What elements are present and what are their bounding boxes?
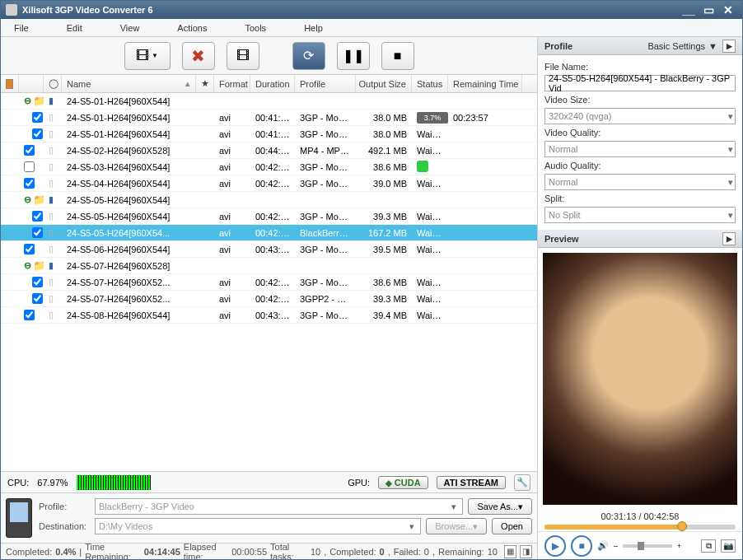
collapse-toggle[interactable]: ⊖ <box>24 96 31 106</box>
log-button[interactable]: ▦ <box>504 545 516 558</box>
file-row[interactable]: ▯24-S5-03-H264[960X544]avi00:42:123GP - … <box>1 159 537 175</box>
row-status: Waiting <box>412 146 448 156</box>
col-name[interactable]: Name▴ <box>62 75 196 92</box>
row-checkbox[interactable] <box>24 244 35 254</box>
group-row[interactable]: ⊖📁▮24-S5-07-H264[960X528] <box>1 258 537 274</box>
app-icon <box>6 4 17 16</box>
group-row[interactable]: ⊖📁▮24-S5-01-H264[960X544] <box>1 93 537 110</box>
convert-button[interactable]: ⟳ <box>292 42 325 70</box>
col-format[interactable]: Format <box>214 75 250 92</box>
row-status: Waiting <box>412 278 448 287</box>
profile-panel-header: Profile Basic Settings ▼ ▶ <box>538 37 742 55</box>
volume-slider[interactable] <box>623 544 672 548</box>
preview-expand-button[interactable]: ▶ <box>722 232 736 245</box>
group-row[interactable]: ⊖📁▮24-S5-05-H264[960X544] <box>1 192 537 208</box>
document-icon: ▯ <box>49 112 54 122</box>
row-checkbox[interactable] <box>24 145 35 156</box>
toolbar: 🎞▼ ✖ 🎞 ⟳ ❚❚ ■ <box>1 37 537 75</box>
row-duration: 00:42:58 <box>250 212 295 222</box>
row-checkbox[interactable] <box>32 293 43 304</box>
volume-icon[interactable]: 🔊 <box>597 540 609 551</box>
file-row[interactable]: ▯24-S5-07-H264[960X52...avi00:42:093GPP2… <box>1 291 537 307</box>
videosize-combo[interactable]: 320x240 (qvga)▾ <box>544 108 736 124</box>
menu-file[interactable]: File <box>9 21 34 35</box>
cuda-badge[interactable]: ◆ CUDA <box>378 476 428 489</box>
col-select[interactable] <box>1 75 19 92</box>
row-checkbox[interactable] <box>24 161 35 172</box>
menu-tools[interactable]: Tools <box>240 21 271 35</box>
split-combo[interactable]: No Split▾ <box>544 207 736 223</box>
video-preview[interactable] <box>543 253 737 505</box>
ati-badge[interactable]: ATI STREAM <box>437 476 506 489</box>
col-star[interactable]: ★ <box>196 75 214 92</box>
file-row[interactable]: ▯24-S5-02-H264[960X528]avi00:44:02MP4 - … <box>1 142 537 159</box>
stop-preview-button[interactable]: ■ <box>571 535 592 557</box>
row-duration: 00:42:09 <box>250 294 295 304</box>
row-format: avi <box>214 294 250 304</box>
row-duration: 00:42:12 <box>250 162 295 172</box>
basic-settings-button[interactable]: Basic Settings ▼ <box>647 41 717 51</box>
collapse-toggle[interactable]: ⊖ <box>24 194 31 205</box>
row-checkbox[interactable] <box>24 178 35 189</box>
file-row[interactable]: ▯24-S5-04-H264[960X544]avi00:42:363GP - … <box>1 175 537 192</box>
videoquality-combo[interactable]: Normal▾ <box>544 141 736 157</box>
titlebar[interactable]: Xilisoft 3GP Video Converter 6 __ ▭ ✕ <box>1 1 742 19</box>
remove-button[interactable]: ✖ <box>182 42 215 70</box>
snapshot-button[interactable]: 📷 <box>721 539 736 553</box>
videosize-label: Video Size: <box>544 95 736 105</box>
row-checkbox[interactable] <box>24 310 35 320</box>
pause-button[interactable]: ❚❚ <box>337 42 370 70</box>
collapse-toggle[interactable]: ⊖ <box>24 260 31 271</box>
stop-button[interactable]: ■ <box>381 42 414 70</box>
open-button[interactable]: Open <box>492 518 532 534</box>
row-checkbox[interactable] <box>32 128 43 139</box>
row-checkbox[interactable] <box>32 112 43 123</box>
col-profile[interactable]: Profile <box>295 75 356 92</box>
filename-input[interactable]: 24-S5-05-H264[960X544] - BlackBerry - 3G… <box>544 75 736 91</box>
file-row[interactable]: ▯24-S5-01-H264[960X544]avi00:41:283GP - … <box>1 126 537 142</box>
file-row[interactable]: ▯24-S5-07-H264[960X52...avi00:42:093GP -… <box>1 274 537 291</box>
chevron-down-icon: ▾ <box>447 502 460 512</box>
profile-combo[interactable]: BlackBerry - 3GP Video▾ <box>95 498 463 515</box>
row-checkbox[interactable] <box>32 277 43 287</box>
row-duration: 00:43:08 <box>250 245 295 254</box>
col-outputsize[interactable]: Output Size <box>356 75 412 92</box>
row-checkbox[interactable] <box>32 211 43 222</box>
minimize-button[interactable]: __ <box>680 3 698 16</box>
audioquality-combo[interactable]: Normal▾ <box>544 174 736 190</box>
file-row[interactable]: ▯24-S5-06-H264[960X544]avi00:43:083GP - … <box>1 241 537 258</box>
menu-edit[interactable]: Edit <box>62 21 87 35</box>
snapshot-folder-button[interactable]: ⧉ <box>701 539 716 553</box>
close-button[interactable]: ✕ <box>719 3 737 16</box>
col-status[interactable]: Status <box>412 75 448 92</box>
row-outputsize: 39.4 MB <box>356 310 412 320</box>
menu-actions[interactable]: Actions <box>172 21 212 35</box>
profile-expand-button[interactable]: ▶ <box>722 40 736 53</box>
row-checkbox[interactable] <box>32 227 43 238</box>
file-row[interactable]: ▯24-S5-01-H264[960X544]avi00:41:283GP - … <box>1 110 537 126</box>
save-as-button[interactable]: Save As... ▾ <box>468 498 532 515</box>
seek-slider[interactable] <box>544 525 736 530</box>
file-row[interactable]: ▯24-S5-08-H264[960X544]avi00:43:023GP - … <box>1 307 537 324</box>
col-remaining[interactable]: Remaining Time <box>448 75 522 92</box>
col-duration[interactable]: Duration <box>250 75 295 92</box>
maximize-button[interactable]: ▭ <box>699 3 717 16</box>
file-row[interactable]: ▯24-S5-05-H264[960X54...avi00:42:58Black… <box>1 225 537 241</box>
menu-view[interactable]: View <box>115 21 145 35</box>
file-row[interactable]: ▯24-S5-05-H264[960X544]avi00:42:583GP - … <box>1 208 537 225</box>
browse-button[interactable]: Browse... ▾ <box>426 518 487 534</box>
menu-help[interactable]: Help <box>299 21 328 35</box>
cpu-value: 67.97% <box>37 478 68 488</box>
row-outputsize: 39.3 MB <box>356 294 412 304</box>
destination-label: Destination: <box>39 521 90 531</box>
row-format: avi <box>214 278 250 287</box>
toggle-panel-button[interactable]: ◨ <box>520 545 532 558</box>
file-list[interactable]: ⊖📁▮24-S5-01-H264[960X544]▯24-S5-01-H264[… <box>1 93 537 471</box>
row-name: 24-S5-07-H264[960X52... <box>62 294 196 304</box>
play-button[interactable]: ▶ <box>544 535 566 557</box>
gpu-settings-button[interactable]: 🔧 <box>514 474 530 491</box>
destination-combo[interactable]: D:\My Videos▾ <box>95 518 421 534</box>
col-type[interactable]: ◯ <box>44 75 62 92</box>
add-profile-button[interactable]: 🎞 <box>227 42 259 70</box>
add-file-button[interactable]: 🎞▼ <box>124 42 171 70</box>
